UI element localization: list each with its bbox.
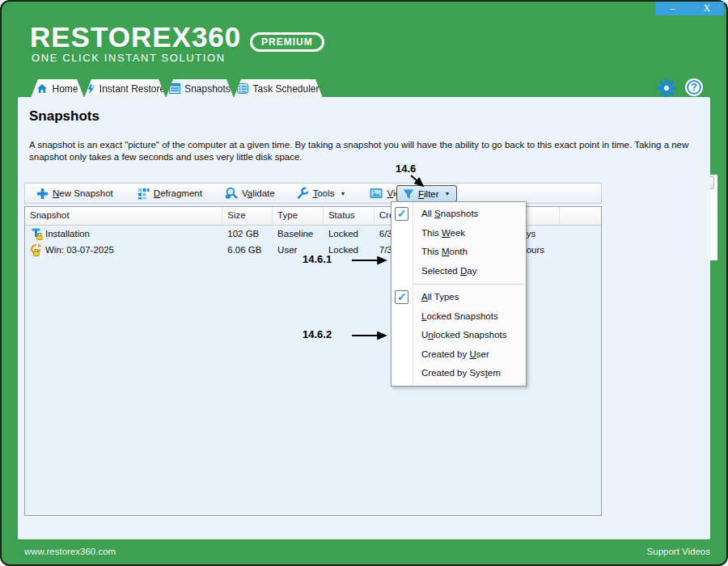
menu-item-this-month[interactable]: This Month [413, 243, 526, 262]
menu-item-label: Locked Snapshots [421, 311, 498, 321]
button-label: Tools [313, 188, 335, 198]
tab-home[interactable]: Home [31, 79, 84, 98]
gear-icon [656, 78, 677, 99]
snapshot-status: Locked [324, 229, 375, 239]
filter-dropdown-menu: ✓ All Snapshots This Week This Month Sel… [391, 201, 527, 386]
tab-label: Task Scheduler [252, 83, 319, 95]
tab-bar: Home Instant Restore Snapshots Task Sche… [31, 79, 323, 98]
menu-item-all-snapshots[interactable]: ✓ All Snapshots [413, 205, 526, 224]
tab-snapshots[interactable]: Snapshots [166, 79, 234, 98]
restore-locked-icon [30, 243, 43, 256]
defragment-button[interactable]: Defragment [134, 186, 205, 201]
tab-instant-restore[interactable]: Instant Restore [84, 79, 166, 98]
chevron-down-icon: ▼ [445, 191, 451, 196]
settings-gear-button[interactable] [656, 78, 677, 99]
button-label: New Snapshot [53, 188, 113, 198]
image-view-icon [370, 188, 383, 199]
annotation-arrow [408, 172, 434, 193]
menu-item-created-by-user[interactable]: Created by User [413, 345, 526, 365]
question-icon: ? [691, 81, 697, 93]
checked-checkbox-icon[interactable]: ✓ [395, 290, 408, 304]
tools-button[interactable]: Tools ▼ [293, 185, 349, 201]
app-window: – X RESTOREX360 PREMIUM ONE CLICK INSTAN… [0, 0, 728, 566]
task-list-icon [237, 83, 248, 94]
home-icon [36, 83, 48, 94]
validate-magnifier-icon [225, 187, 238, 200]
lightning-restore-icon [85, 83, 95, 95]
menu-item-label: This Month [421, 247, 468, 256]
menu-item-all-types[interactable]: ✓ All Types [413, 288, 526, 307]
plus-icon [36, 188, 49, 200]
defragment-icon [138, 188, 150, 200]
snapshot-list-icon [169, 83, 180, 94]
close-button[interactable]: X [690, 2, 725, 15]
button-label: Validate [242, 188, 275, 198]
column-header-status[interactable]: Status [324, 207, 375, 225]
menu-item-this-week[interactable]: This Week [413, 224, 526, 243]
menu-item-label: Unlocked Snapshots [421, 330, 507, 340]
snapshot-name: Win: 03-07-2025 [45, 245, 114, 255]
menu-item-label: Created by System [421, 368, 501, 378]
annotation-arrow [350, 329, 392, 342]
annotation-label-14-6-2: 14.6.2 [303, 328, 332, 340]
column-header-type[interactable]: Type [273, 207, 324, 225]
tab-label: Home [52, 83, 78, 95]
menu-item-selected-day[interactable]: Selected Day [413, 262, 526, 281]
main-panel: Snapshots A snapshot is an exact "pictur… [18, 97, 710, 539]
menu-item-locked-snapshots[interactable]: Locked Snapshots [413, 307, 526, 327]
menu-item-label: All Snapshots [421, 209, 478, 218]
menu-item-created-by-system[interactable]: Created by System [413, 364, 526, 383]
menu-separator [413, 284, 524, 285]
brand-logo: RESTOREX360 [30, 21, 241, 53]
tab-label: Instant Restore [99, 83, 165, 95]
window-controls: – X [655, 2, 724, 15]
snapshot-size: 6.06 GB [222, 245, 273, 255]
validate-button[interactable]: Validate [222, 185, 278, 201]
help-button[interactable]: ? [685, 78, 703, 96]
menu-item-label: Selected Day [421, 266, 476, 276]
button-label: Defragment [154, 188, 202, 198]
page-description: A snapshot is an exact "picture" of the … [29, 139, 707, 163]
premium-badge: PREMIUM [250, 32, 324, 52]
snapshot-size: 102 GB [222, 229, 273, 239]
annotation-label-14-6-1: 14.6.1 [303, 253, 332, 265]
menu-item-unlocked-snapshots[interactable]: Unlocked Snapshots [413, 326, 526, 345]
page-title: Snapshots [29, 108, 99, 125]
menu-item-label: Created by User [421, 349, 489, 359]
tab-task-scheduler[interactable]: Task Scheduler [234, 79, 323, 98]
snapshot-name: Installation [45, 229, 90, 239]
wrench-icon [296, 187, 309, 200]
new-snapshot-button[interactable]: New Snapshot [33, 186, 116, 201]
menu-item-label: This Week [421, 228, 465, 238]
footer-website: www.restorex360.com [24, 547, 116, 556]
brand-tagline: ONE CLICK INSTANT SOLUTION [32, 52, 226, 64]
chevron-down-icon: ▼ [341, 191, 346, 196]
snapshot-type: Baseline [273, 229, 324, 239]
baseline-locked-icon [30, 227, 43, 240]
checked-checkbox-icon[interactable]: ✓ [395, 207, 408, 221]
minimize-button[interactable]: – [655, 2, 690, 15]
tab-label: Snapshots [184, 83, 231, 95]
menu-item-label: All Types [421, 292, 459, 302]
annotation-arrow [350, 254, 392, 267]
footer-support-videos-link[interactable]: Support Videos [647, 547, 710, 556]
column-header-empty [560, 207, 601, 225]
column-header-snapshot[interactable]: Snapshot [25, 207, 222, 225]
column-header-size[interactable]: Size [222, 207, 273, 225]
